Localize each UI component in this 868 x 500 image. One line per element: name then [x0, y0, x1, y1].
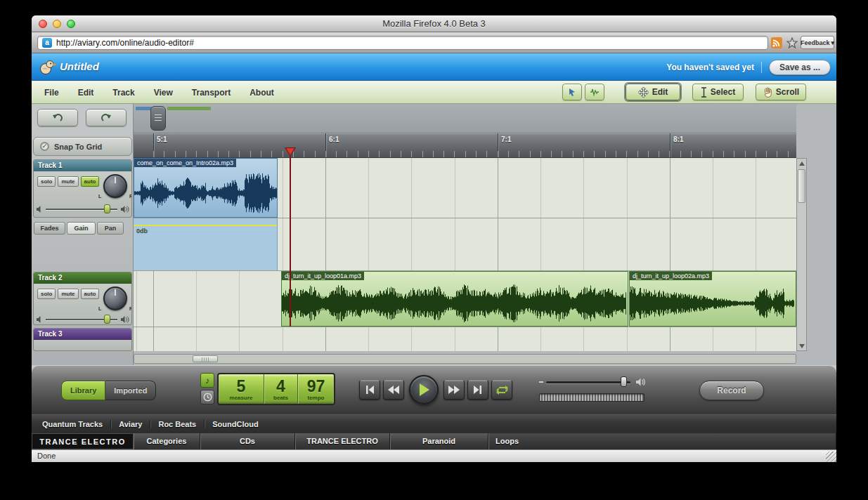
track1-volume-slider[interactable] [37, 204, 130, 215]
volume-thumb[interactable] [104, 315, 110, 324]
pack-logo[interactable]: TRANCE ELECTRO [32, 433, 134, 449]
track2-mute-button[interactable]: mute [58, 289, 78, 299]
source-aviary[interactable]: Aviary [111, 420, 150, 428]
track-lanes[interactable]: come_on_come_on_Intro02a.mp3 0db dj_turn… [134, 158, 796, 351]
redo-button[interactable] [86, 109, 127, 126]
rewind-button[interactable] [383, 380, 404, 400]
column-loops[interactable]: Loops [488, 433, 836, 449]
audio-clip-loop01[interactable]: dj_turn_it_up_loop01a.mp3 [281, 271, 628, 327]
url-text[interactable]: http://aviary.com/online/audio-editor# [56, 38, 194, 48]
audio-clip-loop02[interactable]: dj_turn_it_up_loop02a.mp3 [629, 271, 796, 327]
track2-pan-knob[interactable] [103, 287, 127, 310]
waveform-tool-button[interactable] [585, 84, 604, 100]
timeline-overview[interactable] [134, 104, 796, 133]
scroll-up-button[interactable] [797, 159, 806, 168]
feedback-button[interactable]: Feedback ▾ [801, 36, 834, 49]
menu-file[interactable]: File [44, 88, 59, 98]
master-volume-thumb[interactable] [621, 376, 627, 387]
playhead-line[interactable] [290, 157, 291, 327]
url-bar[interactable]: a http://aviary.com/online/audio-editor# [37, 36, 768, 50]
skip-to-end-button[interactable] [467, 380, 488, 400]
dropdown-arrow-icon: ▾ [831, 39, 835, 46]
track2-volume-slider[interactable] [37, 314, 130, 325]
vertical-scroll-thumb[interactable] [798, 169, 805, 203]
source-soundcloud[interactable]: SoundCloud [205, 420, 266, 428]
metronome-note-button[interactable]: ♪ [200, 373, 214, 388]
project-title[interactable]: Untitled [60, 53, 99, 80]
menu-about[interactable]: About [250, 88, 274, 98]
scroll-tool-button[interactable]: Scroll [756, 84, 806, 100]
resize-grip[interactable] [826, 452, 836, 462]
measure-label: measure [230, 395, 253, 401]
fast-forward-button[interactable] [443, 380, 465, 400]
bookmark-star-icon[interactable] [786, 37, 798, 51]
volume-thumb[interactable] [104, 204, 110, 213]
horizontal-scrollbar[interactable] [134, 354, 796, 364]
track1-auto-button[interactable]: auto [81, 176, 100, 187]
column-cds[interactable]: CDs [200, 433, 295, 449]
audio-clip-intro[interactable]: come_on_come_on_Intro02a.mp3 [134, 158, 278, 218]
master-volume-track[interactable] [546, 381, 630, 383]
timeline-ruler[interactable]: 5:1 6:1 7:1 8:1 [134, 133, 796, 158]
source-quantum-tracks[interactable]: Quantum Tracks [34, 420, 110, 428]
tempo-label: tempo [308, 395, 325, 401]
app-header: Untitled You haven't saved yet Save as .… [32, 53, 836, 81]
pan-right-label: R [129, 306, 132, 311]
scroll-down-button[interactable] [797, 341, 806, 350]
close-window-button[interactable] [39, 20, 47, 28]
time-mode-button[interactable] [200, 390, 214, 404]
track2-auto-button[interactable]: auto [81, 289, 100, 299]
clip-name-label: dj_turn_it_up_loop02a.mp3 [630, 272, 712, 280]
rss-icon[interactable] [771, 37, 782, 51]
vertical-scrollbar[interactable] [796, 158, 807, 351]
zoom-window-button[interactable] [67, 20, 75, 28]
column-paranoid[interactable]: Paranoid [390, 433, 488, 449]
library-toggle-button[interactable]: Library [61, 381, 105, 400]
gain-envelope-region[interactable]: 0db [134, 218, 278, 270]
hand-cursor-icon [763, 87, 772, 98]
menu-track[interactable]: Track [112, 88, 134, 98]
playhead-handle[interactable] [285, 147, 296, 157]
select-tool-button[interactable]: Select [692, 84, 744, 100]
ruler-marker-8-1: 8:1 [673, 136, 683, 143]
move-cursor-icon [638, 87, 649, 98]
minimize-window-button[interactable] [53, 20, 61, 28]
source-roc-beats[interactable]: Roc Beats [150, 420, 204, 428]
speaker-loud-icon [121, 316, 130, 323]
track1-mute-button[interactable]: mute [58, 176, 78, 187]
beats-value: 4 [276, 378, 285, 395]
ruler-marker-5-1: 5:1 [157, 136, 167, 143]
save-as-button[interactable]: Save as ... [769, 60, 831, 75]
tab-fades[interactable]: Fades [34, 222, 65, 235]
timeline-zoom-handle[interactable] [150, 106, 166, 131]
menu-transport[interactable]: Transport [192, 88, 231, 98]
skip-to-start-button[interactable] [359, 380, 380, 400]
browser-toolbar: a http://aviary.com/online/audio-editor#… [32, 32, 836, 53]
track2-solo-button[interactable]: solo [37, 289, 56, 299]
panel-toggle-group: Library Imported [61, 381, 156, 400]
pointer-tool-button[interactable] [562, 84, 582, 100]
loop-button[interactable] [491, 380, 512, 400]
tab-gain[interactable]: Gain [67, 222, 96, 235]
down-arrow-icon [799, 344, 805, 348]
record-button[interactable]: Record [699, 381, 764, 400]
horizontal-scroll-thumb[interactable] [193, 355, 218, 362]
track1-solo-button[interactable]: solo [37, 176, 56, 187]
pointer-icon [568, 88, 577, 97]
window-titlebar[interactable]: Mozilla Firefox 4.0 Beta 3 [32, 15, 836, 32]
play-button[interactable] [409, 375, 439, 404]
menu-view[interactable]: View [154, 88, 173, 98]
edit-tool-button[interactable]: Edit [626, 84, 680, 100]
track1-pan-knob[interactable] [103, 174, 127, 198]
menu-edit[interactable]: Edit [78, 88, 94, 98]
undo-button[interactable] [37, 109, 78, 126]
gain-envelope-line[interactable] [134, 225, 277, 226]
imported-toggle-button[interactable]: Imported [105, 381, 156, 400]
snap-to-grid-toggle[interactable]: ✓ Snap To Grid [33, 137, 132, 156]
measure-line [153, 133, 154, 157]
column-trance-electro[interactable]: TRANCE ELECTRO [295, 433, 390, 449]
skip-start-icon [365, 386, 375, 394]
column-categories[interactable]: Categories [134, 433, 200, 449]
measure-line [325, 133, 326, 157]
tab-pan[interactable]: Pan [97, 222, 124, 235]
